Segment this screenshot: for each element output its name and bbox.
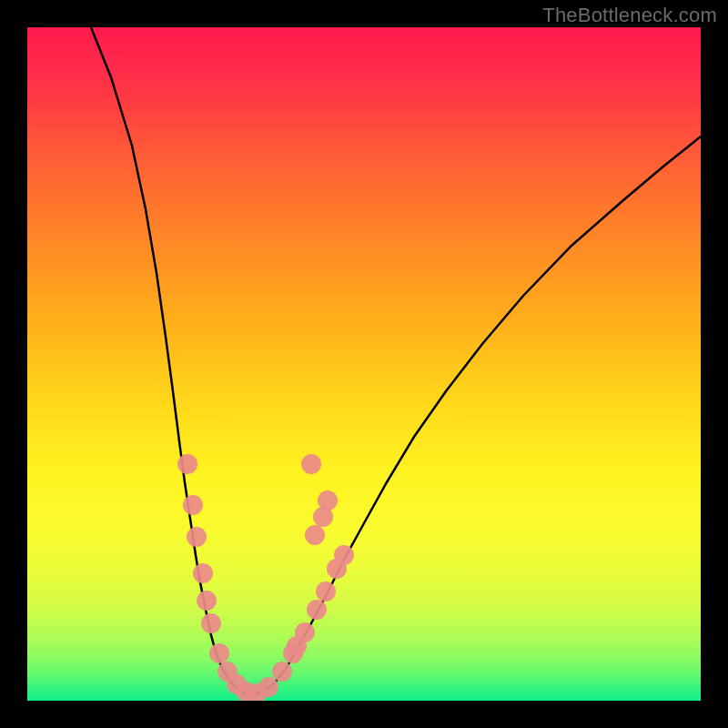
plot-area (27, 27, 701, 701)
data-marker (177, 454, 197, 474)
data-marker (183, 495, 203, 515)
chart-container: TheBottleneck.com (0, 0, 728, 728)
watermark-label: TheBottleneck.com (542, 4, 717, 27)
data-marker (187, 527, 207, 547)
data-marker (305, 525, 325, 545)
data-marker (295, 622, 315, 642)
data-marker (301, 454, 321, 474)
data-marker (318, 490, 338, 511)
data-marker (197, 591, 217, 611)
data-marker (201, 613, 221, 633)
data-marker (316, 581, 336, 602)
data-marker (193, 563, 213, 583)
data-marker (307, 600, 327, 620)
markers-layer (27, 27, 701, 701)
data-marker (272, 662, 292, 682)
data-marker (209, 643, 229, 663)
data-marker (334, 545, 354, 565)
data-marker (258, 677, 278, 697)
